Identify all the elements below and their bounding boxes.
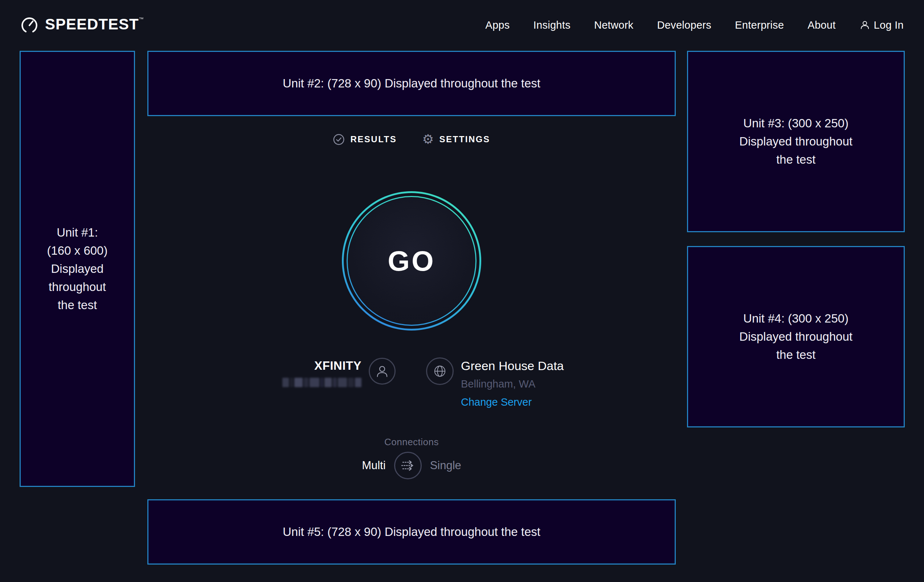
server-info: Green House Data Bellingham, WA Change S… <box>461 359 564 407</box>
nav-item-enterprise[interactable]: Enterprise <box>735 19 784 31</box>
ad-unit-2-text: Unit #2: (728 x 90) Displayed throughout… <box>283 74 540 92</box>
isp-name: XFINITY <box>314 359 361 373</box>
ad-unit-4-rectangle: Unit #4: (300 x 250) Displayed throughou… <box>687 246 905 427</box>
check-circle-icon <box>333 134 345 145</box>
connections-multi-label[interactable]: Multi <box>362 459 385 472</box>
tab-settings-label: SETTINGS <box>439 134 490 144</box>
top-nav: SPEEDTEST™ Apps Insights Network Develop… <box>0 0 924 50</box>
login-label: Log In <box>874 19 904 31</box>
speedtest-logo[interactable]: SPEEDTEST™ <box>20 16 144 35</box>
go-button[interactable]: GO <box>342 191 481 331</box>
go-button-label: GO <box>388 244 435 278</box>
nav-item-about[interactable]: About <box>807 19 835 31</box>
trademark-mark: ™ <box>139 16 144 22</box>
tab-settings[interactable]: ⚙ SETTINGS <box>422 133 490 146</box>
go-button-inner-ring: GO <box>346 196 477 326</box>
globe-icon <box>432 364 447 378</box>
ad-unit-5-leaderboard: Unit #5: (728 x 90) Displayed throughout… <box>147 499 676 565</box>
change-server-link[interactable]: Change Server <box>461 397 564 407</box>
go-button-ring-gap: GO <box>344 193 479 329</box>
connections-row: Multi Single <box>147 452 676 480</box>
redacted-ip-address <box>282 378 361 387</box>
isp-user-badge <box>369 358 396 385</box>
connections-toggle[interactable] <box>394 452 422 479</box>
tab-results-label: RESULTS <box>350 134 397 144</box>
user-icon <box>860 20 870 30</box>
server-globe-badge <box>426 358 454 385</box>
login-button[interactable]: Log In <box>860 19 904 31</box>
tabs-row: RESULTS ⚙ SETTINGS <box>147 130 676 148</box>
connections-single-label[interactable]: Single <box>430 459 461 472</box>
gear-icon: ⚙ <box>422 133 434 146</box>
nav-item-apps[interactable]: Apps <box>485 19 510 31</box>
ad-unit-2-leaderboard: Unit #2: (728 x 90) Displayed throughout… <box>147 51 676 116</box>
ad-unit-1-text: Unit #1: (160 x 600) Displayed throughou… <box>44 224 111 314</box>
server-name: Green House Data <box>461 359 564 373</box>
main-nav: Apps Insights Network Developers Enterpr… <box>485 19 904 31</box>
brand-name: SPEEDTEST <box>45 16 139 33</box>
server-location: Bellingham, WA <box>461 378 564 389</box>
ad-unit-5-text: Unit #5: (728 x 90) Displayed throughout… <box>283 523 540 541</box>
multi-connections-arrows-icon <box>400 458 416 473</box>
person-icon <box>375 364 390 379</box>
connections-label: Connections <box>147 437 676 448</box>
nav-item-developers[interactable]: Developers <box>657 19 711 31</box>
speedometer-gauge-icon <box>20 16 38 35</box>
tab-results[interactable]: RESULTS <box>333 134 397 145</box>
go-button-core: GO <box>348 197 475 325</box>
nav-item-network[interactable]: Network <box>594 19 633 31</box>
ad-unit-1-skyscraper: Unit #1: (160 x 600) Displayed throughou… <box>20 51 135 487</box>
ad-unit-3-rectangle: Unit #3: (300 x 250) Displayed throughou… <box>687 51 905 232</box>
nav-item-insights[interactable]: Insights <box>533 19 571 31</box>
ad-unit-4-text: Unit #4: (300 x 250) Displayed throughou… <box>733 310 859 364</box>
ad-unit-3-text: Unit #3: (300 x 250) Displayed throughou… <box>733 114 859 169</box>
isp-block: XFINITY <box>282 359 361 387</box>
